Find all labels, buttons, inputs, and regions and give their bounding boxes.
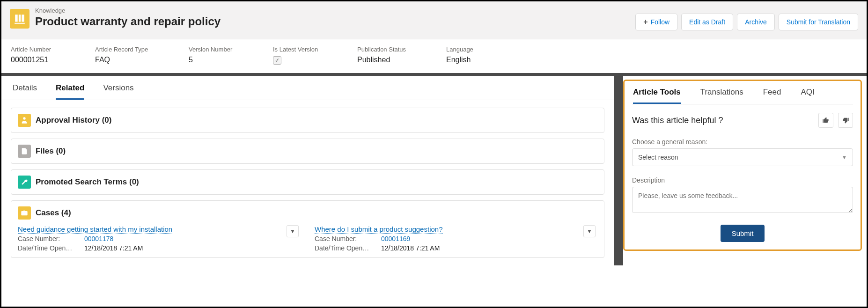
submit-for-translation-button[interactable]: Submit for Translation — [779, 14, 858, 30]
meta-value-pubstatus: Published — [357, 56, 446, 64]
tab-article-tools[interactable]: Article Tools — [633, 88, 681, 104]
latest-checkbox: ✓ — [273, 56, 281, 65]
meta-label-pubstatus: Publication Status — [357, 46, 446, 53]
case-menu-button[interactable]: ▼ — [583, 225, 596, 237]
briefcase-icon — [18, 206, 31, 220]
knowledge-icon — [10, 9, 29, 29]
description-label: Description — [632, 176, 853, 184]
tab-details[interactable]: Details — [13, 83, 37, 100]
wrench-icon — [18, 176, 31, 189]
edit-as-draft-button[interactable]: Edit as Draft — [681, 14, 733, 30]
meta-value-language: English — [446, 56, 530, 64]
object-label: Knowledge — [35, 7, 221, 14]
meta-label-record-type: Article Record Type — [95, 46, 189, 53]
meta-value-article-number: 000001251 — [11, 56, 95, 64]
card-files[interactable]: Files (0) — [11, 139, 604, 164]
reason-select[interactable]: Select reason ▼ — [632, 148, 853, 166]
case-link[interactable]: Where do I submit a product suggestion? — [315, 225, 443, 234]
meta-label-language: Language — [446, 46, 530, 53]
tab-translations[interactable]: Translations — [700, 88, 743, 104]
archive-button[interactable]: Archive — [737, 14, 775, 30]
meta-value-record-type: FAQ — [95, 56, 189, 64]
card-cases: Cases (4) Need guidance getting started … — [11, 200, 604, 258]
thumbs-up-button[interactable] — [818, 113, 833, 128]
description-textarea[interactable] — [632, 187, 853, 213]
meta-label-article-number: Article Number — [11, 46, 95, 53]
case-menu-button[interactable]: ▼ — [287, 225, 299, 237]
card-approval-history[interactable]: Approval History (0) — [11, 108, 604, 133]
helpful-question: Was this article helpful ? — [632, 116, 723, 125]
thumbs-down-button[interactable] — [838, 113, 853, 128]
submit-button[interactable]: Submit — [721, 225, 765, 242]
chevron-down-icon: ▼ — [842, 154, 847, 160]
plus-icon: + — [643, 18, 647, 26]
tab-feed[interactable]: Feed — [763, 88, 781, 104]
tab-related[interactable]: Related — [56, 83, 84, 100]
meta-label-version: Version Number — [189, 46, 273, 53]
meta-value-version: 5 — [189, 56, 273, 64]
case-number-link[interactable]: 00001178 — [84, 235, 113, 242]
meta-label-latest: Is Latest Version — [273, 46, 357, 53]
approval-icon — [18, 114, 31, 127]
reason-label: Choose a general reason: — [632, 138, 853, 146]
case-number-link[interactable]: 00001169 — [381, 235, 410, 242]
page-title: Product warranty and repair policy — [35, 15, 221, 28]
tab-aqi[interactable]: AQI — [801, 88, 814, 104]
case-link[interactable]: Need guidance getting started with my in… — [18, 225, 172, 234]
tab-versions[interactable]: Versions — [103, 83, 133, 100]
files-icon — [18, 145, 31, 158]
card-promoted-search[interactable]: Promoted Search Terms (0) — [11, 169, 604, 195]
follow-button[interactable]: +Follow — [635, 14, 677, 30]
